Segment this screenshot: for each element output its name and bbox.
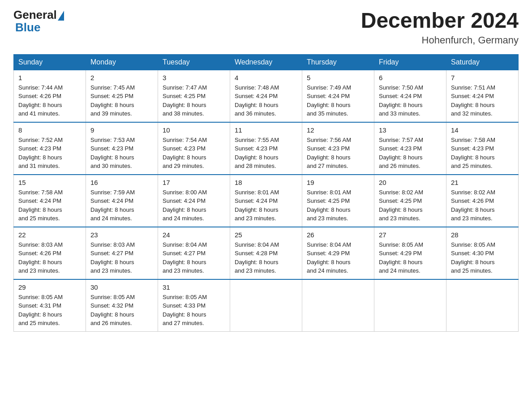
- day-number: 13: [379, 126, 442, 134]
- day-info: Sunrise: 7:56 AMSunset: 4:23 PMDaylight:…: [307, 137, 351, 170]
- day-info: Sunrise: 8:02 AMSunset: 4:25 PMDaylight:…: [379, 189, 423, 222]
- day-info: Sunrise: 8:05 AMSunset: 4:29 PMDaylight:…: [379, 241, 423, 274]
- day-info: Sunrise: 7:48 AMSunset: 4:24 PMDaylight:…: [235, 84, 279, 117]
- day-info: Sunrise: 7:44 AMSunset: 4:26 PMDaylight:…: [18, 84, 63, 117]
- day-number: 3: [163, 74, 225, 81]
- calendar-cell: 12 Sunrise: 7:56 AMSunset: 4:23 PMDaylig…: [302, 122, 374, 175]
- weekday-header-wednesday: Wednesday: [230, 54, 302, 70]
- day-number: 12: [307, 126, 369, 134]
- day-number: 29: [18, 283, 81, 291]
- calendar-week-row: 29 Sunrise: 8:05 AMSunset: 4:31 PMDaylig…: [14, 279, 519, 332]
- day-number: 19: [307, 179, 369, 186]
- calendar-cell: 10 Sunrise: 7:54 AMSunset: 4:23 PMDaylig…: [158, 122, 230, 175]
- calendar-cell: 1 Sunrise: 7:44 AMSunset: 4:26 PMDayligh…: [14, 70, 86, 122]
- calendar-cell: 4 Sunrise: 7:48 AMSunset: 4:24 PMDayligh…: [230, 70, 302, 122]
- weekday-header-sunday: Sunday: [14, 54, 86, 70]
- calendar-cell: 17 Sunrise: 8:00 AMSunset: 4:24 PMDaylig…: [158, 175, 230, 227]
- calendar-cell: 25 Sunrise: 8:04 AMSunset: 4:28 PMDaylig…: [230, 227, 302, 279]
- weekday-header-friday: Friday: [374, 54, 446, 70]
- calendar-cell: 23 Sunrise: 8:03 AMSunset: 4:27 PMDaylig…: [86, 227, 158, 279]
- day-info: Sunrise: 8:01 AMSunset: 4:24 PMDaylight:…: [235, 189, 279, 222]
- day-number: 30: [90, 283, 153, 291]
- day-info: Sunrise: 7:58 AMSunset: 4:24 PMDaylight:…: [18, 189, 63, 222]
- day-number: 17: [163, 179, 225, 186]
- calendar-cell: 13 Sunrise: 7:57 AMSunset: 4:23 PMDaylig…: [374, 122, 446, 175]
- logo: General Blue: [13, 9, 65, 34]
- calendar-cell: 6 Sunrise: 7:50 AMSunset: 4:24 PMDayligh…: [374, 70, 446, 122]
- day-info: Sunrise: 8:04 AMSunset: 4:27 PMDaylight:…: [163, 241, 207, 274]
- day-info: Sunrise: 8:00 AMSunset: 4:24 PMDaylight:…: [163, 189, 207, 222]
- day-number: 18: [235, 179, 297, 186]
- day-info: Sunrise: 8:01 AMSunset: 4:25 PMDaylight:…: [307, 189, 351, 222]
- day-number: 1: [18, 74, 81, 81]
- calendar-cell: 14 Sunrise: 7:58 AMSunset: 4:23 PMDaylig…: [446, 122, 519, 175]
- day-info: Sunrise: 7:52 AMSunset: 4:23 PMDaylight:…: [18, 137, 63, 170]
- day-number: 11: [235, 126, 297, 134]
- calendar-cell: 7 Sunrise: 7:51 AMSunset: 4:24 PMDayligh…: [446, 70, 519, 122]
- day-number: 26: [307, 231, 369, 239]
- day-number: 8: [18, 126, 81, 134]
- day-info: Sunrise: 7:58 AMSunset: 4:23 PMDaylight:…: [451, 137, 495, 170]
- day-number: 4: [235, 74, 297, 81]
- calendar-cell: 16 Sunrise: 7:59 AMSunset: 4:24 PMDaylig…: [86, 175, 158, 227]
- day-info: Sunrise: 7:54 AMSunset: 4:23 PMDaylight:…: [163, 137, 207, 170]
- calendar-week-row: 8 Sunrise: 7:52 AMSunset: 4:23 PMDayligh…: [14, 122, 519, 175]
- day-info: Sunrise: 8:05 AMSunset: 4:33 PMDaylight:…: [163, 294, 207, 327]
- day-number: 22: [18, 231, 81, 239]
- weekday-header-thursday: Thursday: [302, 54, 374, 70]
- calendar-cell: [446, 279, 519, 332]
- calendar-cell: 9 Sunrise: 7:53 AMSunset: 4:23 PMDayligh…: [86, 122, 158, 175]
- calendar-cell: 30 Sunrise: 8:05 AMSunset: 4:32 PMDaylig…: [86, 279, 158, 332]
- calendar-cell: 28 Sunrise: 8:05 AMSunset: 4:30 PMDaylig…: [446, 227, 519, 279]
- calendar-cell: 19 Sunrise: 8:01 AMSunset: 4:25 PMDaylig…: [302, 175, 374, 227]
- calendar-cell: [302, 279, 374, 332]
- calendar-cell: 20 Sunrise: 8:02 AMSunset: 4:25 PMDaylig…: [374, 175, 446, 227]
- day-info: Sunrise: 7:59 AMSunset: 4:24 PMDaylight:…: [90, 189, 135, 222]
- calendar-cell: [374, 279, 446, 332]
- calendar-cell: 24 Sunrise: 8:04 AMSunset: 4:27 PMDaylig…: [158, 227, 230, 279]
- calendar-cell: 31 Sunrise: 8:05 AMSunset: 4:33 PMDaylig…: [158, 279, 230, 332]
- day-info: Sunrise: 8:05 AMSunset: 4:32 PMDaylight:…: [90, 294, 135, 327]
- day-number: 2: [90, 74, 153, 81]
- calendar-cell: 11 Sunrise: 7:55 AMSunset: 4:23 PMDaylig…: [230, 122, 302, 175]
- calendar-cell: 2 Sunrise: 7:45 AMSunset: 4:25 PMDayligh…: [86, 70, 158, 122]
- day-info: Sunrise: 8:04 AMSunset: 4:28 PMDaylight:…: [235, 241, 279, 274]
- day-info: Sunrise: 7:45 AMSunset: 4:25 PMDaylight:…: [90, 84, 135, 117]
- day-number: 16: [90, 179, 153, 186]
- day-info: Sunrise: 8:05 AMSunset: 4:30 PMDaylight:…: [451, 241, 495, 274]
- day-info: Sunrise: 7:51 AMSunset: 4:24 PMDaylight:…: [451, 84, 495, 117]
- day-info: Sunrise: 8:03 AMSunset: 4:27 PMDaylight:…: [90, 241, 135, 274]
- calendar-cell: 26 Sunrise: 8:04 AMSunset: 4:29 PMDaylig…: [302, 227, 374, 279]
- calendar-week-row: 22 Sunrise: 8:03 AMSunset: 4:26 PMDaylig…: [14, 227, 519, 279]
- calendar-cell: 21 Sunrise: 8:02 AMSunset: 4:26 PMDaylig…: [446, 175, 519, 227]
- day-number: 23: [90, 231, 153, 239]
- calendar-cell: 22 Sunrise: 8:03 AMSunset: 4:26 PMDaylig…: [14, 227, 86, 279]
- calendar-week-row: 1 Sunrise: 7:44 AMSunset: 4:26 PMDayligh…: [14, 70, 519, 122]
- logo-triangle-icon: [58, 11, 64, 21]
- calendar-cell: 29 Sunrise: 8:05 AMSunset: 4:31 PMDaylig…: [14, 279, 86, 332]
- day-number: 9: [90, 126, 153, 134]
- day-number: 27: [379, 231, 442, 239]
- day-info: Sunrise: 8:05 AMSunset: 4:31 PMDaylight:…: [18, 294, 63, 327]
- calendar-table: SundayMondayTuesdayWednesdayThursdayFrid…: [13, 54, 519, 332]
- logo-general-text: General: [13, 9, 57, 21]
- day-number: 10: [163, 126, 225, 134]
- day-info: Sunrise: 7:50 AMSunset: 4:24 PMDaylight:…: [379, 84, 423, 117]
- page-header: General Blue December 2024 Hohenfurch, G…: [13, 9, 519, 46]
- day-info: Sunrise: 8:03 AMSunset: 4:26 PMDaylight:…: [18, 241, 63, 274]
- day-number: 5: [307, 74, 369, 81]
- calendar-cell: 27 Sunrise: 8:05 AMSunset: 4:29 PMDaylig…: [374, 227, 446, 279]
- day-info: Sunrise: 7:53 AMSunset: 4:23 PMDaylight:…: [90, 137, 135, 170]
- day-info: Sunrise: 7:55 AMSunset: 4:23 PMDaylight:…: [235, 137, 279, 170]
- calendar-cell: 15 Sunrise: 7:58 AMSunset: 4:24 PMDaylig…: [14, 175, 86, 227]
- day-number: 24: [163, 231, 225, 239]
- day-number: 15: [18, 179, 81, 186]
- calendar-cell: 3 Sunrise: 7:47 AMSunset: 4:25 PMDayligh…: [158, 70, 230, 122]
- day-info: Sunrise: 7:57 AMSunset: 4:23 PMDaylight:…: [379, 137, 423, 170]
- day-number: 6: [379, 74, 442, 81]
- calendar-week-row: 15 Sunrise: 7:58 AMSunset: 4:24 PMDaylig…: [14, 175, 519, 227]
- day-number: 21: [451, 179, 514, 186]
- title-block: December 2024 Hohenfurch, Germany: [361, 9, 519, 46]
- day-number: 31: [163, 283, 225, 291]
- weekday-header-monday: Monday: [86, 54, 158, 70]
